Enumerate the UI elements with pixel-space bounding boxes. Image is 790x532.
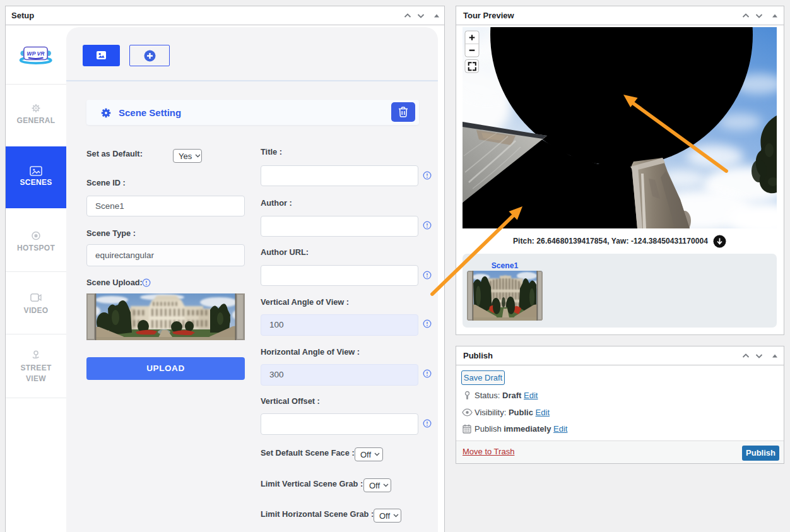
svg-text:WP VR: WP VR (27, 50, 45, 57)
